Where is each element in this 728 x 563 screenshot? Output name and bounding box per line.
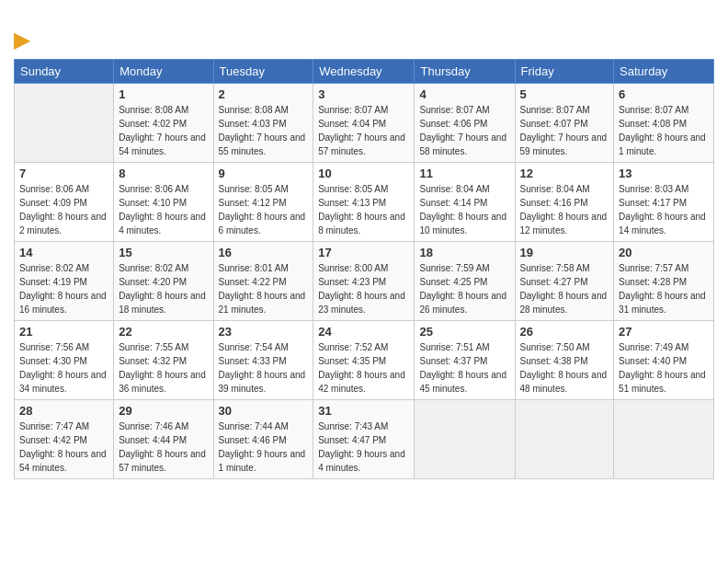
calendar-cell: [614, 400, 714, 479]
sunrise-label: Sunrise: 8:00 AM: [318, 263, 388, 273]
day-number: 13: [619, 167, 709, 180]
calendar-cell: 2 Sunrise: 8:08 AM Sunset: 4:03 PM Dayli…: [213, 84, 313, 163]
sunrise-label: Sunrise: 7:46 AM: [119, 421, 188, 431]
calendar-cell: 20 Sunrise: 7:57 AM Sunset: 4:28 PM Dayl…: [614, 242, 714, 321]
daylight-label: Daylight: 9 hours and 1 minute.: [219, 449, 306, 473]
sunset-label: Sunset: 4:19 PM: [19, 277, 87, 287]
daylight-label: Daylight: 7 hours and 55 minutes.: [219, 132, 306, 156]
calendar-cell: 11 Sunrise: 8:04 AM Sunset: 4:14 PM Dayl…: [415, 163, 515, 242]
day-info: Sunrise: 8:06 AM Sunset: 4:09 PM Dayligh…: [19, 182, 108, 237]
daylight-label: Daylight: 8 hours and 36 minutes.: [119, 370, 206, 394]
day-number: 30: [219, 404, 309, 418]
daylight-label: Daylight: 8 hours and 14 minutes.: [619, 212, 706, 236]
day-number: 6: [619, 87, 709, 101]
sunset-label: Sunset: 4:04 PM: [318, 119, 386, 129]
day-number: 28: [19, 404, 108, 418]
daylight-label: Daylight: 8 hours and 57 minutes.: [119, 449, 206, 473]
calendar-cell: 29 Sunrise: 7:46 AM Sunset: 4:44 PM Dayl…: [114, 400, 213, 479]
daylight-label: Daylight: 8 hours and 51 minutes.: [619, 370, 706, 394]
day-number: 29: [119, 404, 208, 418]
day-number: 21: [19, 325, 108, 339]
sunset-label: Sunset: 4:09 PM: [19, 198, 87, 208]
calendar-cell: 30 Sunrise: 7:44 AM Sunset: 4:46 PM Dayl…: [213, 400, 313, 479]
sunset-label: Sunset: 4:28 PM: [619, 277, 687, 287]
sunset-label: Sunset: 4:23 PM: [318, 277, 386, 287]
sunrise-label: Sunrise: 7:52 AM: [318, 342, 388, 352]
day-info: Sunrise: 8:05 AM Sunset: 4:13 PM Dayligh…: [318, 182, 409, 237]
calendar-cell: 10 Sunrise: 8:05 AM Sunset: 4:13 PM Dayl…: [313, 163, 415, 242]
daylight-label: Daylight: 8 hours and 45 minutes.: [419, 370, 506, 394]
daylight-label: Daylight: 8 hours and 6 minutes.: [219, 212, 306, 236]
calendar-cell: 14 Sunrise: 8:02 AM Sunset: 4:19 PM Dayl…: [15, 242, 114, 321]
day-info: Sunrise: 8:04 AM Sunset: 4:16 PM Dayligh…: [520, 182, 609, 237]
sunset-label: Sunset: 4:10 PM: [119, 198, 187, 208]
sunrise-label: Sunrise: 8:01 AM: [219, 263, 289, 273]
day-info: Sunrise: 7:47 AM Sunset: 4:42 PM Dayligh…: [19, 419, 108, 475]
day-info: Sunrise: 7:59 AM Sunset: 4:25 PM Dayligh…: [419, 261, 509, 316]
sunrise-label: Sunrise: 7:58 AM: [520, 263, 590, 273]
sunset-label: Sunset: 4:44 PM: [119, 435, 187, 445]
sunrise-label: Sunrise: 7:50 AM: [520, 342, 590, 352]
calendar-cell: 24 Sunrise: 7:52 AM Sunset: 4:35 PM Dayl…: [313, 321, 415, 400]
day-number: 1: [119, 87, 208, 101]
calendar-cell: 26 Sunrise: 7:50 AM Sunset: 4:38 PM Dayl…: [515, 321, 614, 400]
daylight-label: Daylight: 8 hours and 12 minutes.: [520, 212, 608, 236]
calendar-cell: 18 Sunrise: 7:59 AM Sunset: 4:25 PM Dayl…: [415, 242, 515, 321]
sunset-label: Sunset: 4:16 PM: [520, 198, 588, 208]
calendar-cell: 22 Sunrise: 7:55 AM Sunset: 4:32 PM Dayl…: [114, 321, 213, 400]
sunset-label: Sunset: 4:07 PM: [520, 119, 588, 129]
daylight-label: Daylight: 8 hours and 2 minutes.: [19, 212, 107, 236]
day-number: 11: [419, 167, 509, 180]
day-info: Sunrise: 7:54 AM Sunset: 4:33 PM Dayligh…: [219, 340, 309, 396]
day-number: 2: [219, 87, 309, 101]
day-header-monday: Monday: [114, 60, 213, 84]
day-header-tuesday: Tuesday: [213, 60, 313, 84]
sunrise-label: Sunrise: 7:55 AM: [119, 342, 188, 352]
day-number: 18: [419, 246, 509, 259]
sunset-label: Sunset: 4:22 PM: [219, 277, 287, 287]
daylight-label: Daylight: 8 hours and 39 minutes.: [219, 370, 306, 394]
day-info: Sunrise: 7:46 AM Sunset: 4:44 PM Dayligh…: [119, 419, 208, 475]
day-number: 8: [119, 167, 208, 180]
calendar-cell: 8 Sunrise: 8:06 AM Sunset: 4:10 PM Dayli…: [114, 163, 213, 242]
sunrise-label: Sunrise: 7:54 AM: [219, 342, 289, 352]
sunrise-label: Sunrise: 8:06 AM: [119, 184, 188, 194]
day-info: Sunrise: 7:50 AM Sunset: 4:38 PM Dayligh…: [520, 340, 609, 396]
daylight-label: Daylight: 8 hours and 48 minutes.: [520, 370, 608, 394]
sunrise-label: Sunrise: 7:51 AM: [419, 342, 489, 352]
day-number: 3: [318, 87, 409, 101]
day-info: Sunrise: 8:08 AM Sunset: 4:03 PM Dayligh…: [219, 103, 309, 158]
calendar-cell: 15 Sunrise: 8:02 AM Sunset: 4:20 PM Dayl…: [114, 242, 213, 321]
calendar-cell: 13 Sunrise: 8:03 AM Sunset: 4:17 PM Dayl…: [614, 163, 714, 242]
day-info: Sunrise: 8:07 AM Sunset: 4:07 PM Dayligh…: [520, 103, 609, 158]
day-number: 17: [318, 246, 409, 259]
daylight-label: Daylight: 8 hours and 23 minutes.: [318, 291, 405, 315]
sunrise-label: Sunrise: 8:02 AM: [119, 263, 188, 273]
calendar-week-row: 21 Sunrise: 7:56 AM Sunset: 4:30 PM Dayl…: [15, 321, 714, 400]
daylight-label: Daylight: 9 hours and 4 minutes.: [318, 449, 405, 473]
daylight-label: Daylight: 8 hours and 4 minutes.: [119, 212, 206, 236]
sunrise-label: Sunrise: 8:03 AM: [619, 184, 688, 194]
calendar-cell: 27 Sunrise: 7:49 AM Sunset: 4:40 PM Dayl…: [614, 321, 714, 400]
sunrise-label: Sunrise: 8:05 AM: [219, 184, 289, 194]
sunset-label: Sunset: 4:32 PM: [119, 356, 187, 366]
calendar-cell: 3 Sunrise: 8:07 AM Sunset: 4:04 PM Dayli…: [313, 84, 415, 163]
calendar-cell: [515, 400, 614, 479]
daylight-label: Daylight: 8 hours and 34 minutes.: [19, 370, 107, 394]
sunset-label: Sunset: 4:20 PM: [119, 277, 187, 287]
day-number: 15: [119, 246, 208, 259]
daylight-label: Daylight: 8 hours and 18 minutes.: [119, 291, 206, 315]
day-info: Sunrise: 8:07 AM Sunset: 4:08 PM Dayligh…: [619, 103, 709, 158]
sunrise-label: Sunrise: 8:07 AM: [419, 105, 489, 115]
sunset-label: Sunset: 4:38 PM: [520, 356, 588, 366]
calendar-cell: 16 Sunrise: 8:01 AM Sunset: 4:22 PM Dayl…: [213, 242, 313, 321]
daylight-label: Daylight: 8 hours and 26 minutes.: [419, 291, 506, 315]
day-number: 31: [318, 404, 409, 418]
calendar-cell: 28 Sunrise: 7:47 AM Sunset: 4:42 PM Dayl…: [15, 400, 114, 479]
sunset-label: Sunset: 4:25 PM: [419, 277, 487, 287]
day-info: Sunrise: 7:58 AM Sunset: 4:27 PM Dayligh…: [520, 261, 609, 316]
sunset-label: Sunset: 4:35 PM: [318, 356, 386, 366]
sunrise-label: Sunrise: 7:56 AM: [19, 342, 89, 352]
daylight-label: Daylight: 8 hours and 54 minutes.: [19, 449, 107, 473]
day-number: 22: [119, 325, 208, 339]
